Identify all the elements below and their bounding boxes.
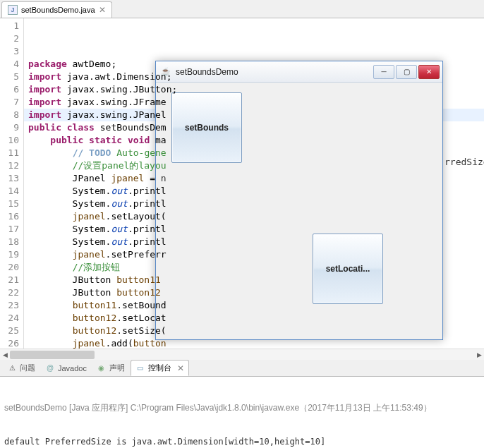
bottom-view-tabs: ⚠ 问题 @ Javadoc ◉ 声明 ▭ 控制台 ✕ [0,360,484,377]
tab-problems-label: 问题 [20,363,35,373]
close-tab-icon[interactable]: ✕ [99,5,106,15]
console-line: default PreferredSize is java.awt.Dimens… [4,436,480,447]
java-file-icon: J [8,5,18,15]
tab-declaration[interactable]: ◉ 声明 [92,361,129,375]
close-console-icon[interactable]: ✕ [177,363,184,373]
console-title: setBoundsDemo [Java 应用程序] C:\Program Fil… [4,402,480,413]
console-icon: ▭ [135,363,145,373]
javadoc-icon: @ [45,363,55,373]
editor-area: J setBoundsDemo.java ✕ 12345678910111213… [0,0,484,360]
tab-javadoc-label: Javadoc [58,364,87,373]
tab-javadoc[interactable]: @ Javadoc [41,361,91,375]
truncated-code-text: rredSize [444,157,484,167]
scroll-right-icon[interactable]: ▶ [475,351,483,359]
tab-declaration-label: 声明 [109,363,125,373]
code-content[interactable]: package awtDemo;import java.awt.Dimensio… [24,18,484,349]
scroll-thumb[interactable] [10,351,95,359]
editor-tab-label: setBoundsDemo.java [21,6,95,14]
code-area[interactable]: 1234567891011121314151617181920212223242… [0,18,484,349]
tab-console[interactable]: ▭ 控制台 ✕ [131,360,189,376]
line-gutter: 1234567891011121314151617181920212223242… [0,18,24,349]
tab-problems[interactable]: ⚠ 问题 [3,361,40,375]
horizontal-scrollbar[interactable]: ◀ ▶ [0,349,484,360]
tab-console-label: 控制台 [148,363,171,373]
console-view[interactable]: setBoundsDemo [Java 应用程序] C:\Program Fil… [0,377,484,448]
declaration-icon: ◉ [97,363,107,373]
editor-tab[interactable]: J setBoundsDemo.java ✕ [1,1,112,18]
editor-tab-bar: J setBoundsDemo.java ✕ [0,0,484,18]
scroll-left-icon[interactable]: ◀ [1,351,9,359]
problems-icon: ⚠ [7,363,17,373]
